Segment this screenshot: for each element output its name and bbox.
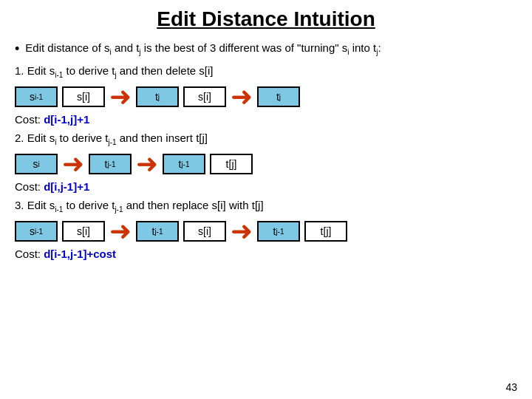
cell-tj1-3: tj-1 <box>136 221 179 242</box>
arrow-1a: ➜ <box>109 83 132 110</box>
step-3-label: 3. Edit si-1 to derive tj-1 and then rep… <box>15 199 517 214</box>
step-3-diagram: si-1 s[i] ➜ tj-1 s[i] ➜ tj-1 t[j] <box>15 218 517 245</box>
step-1-diagram: si-1 s[i] ➜ tj s[i] ➜ tj <box>15 83 517 110</box>
step-2-cost: Cost: d[i,j-1]+1 <box>15 180 517 193</box>
cell-si-1: si-1 <box>15 86 58 107</box>
step-1-cost: Cost: d[i-1,j]+1 <box>15 113 517 126</box>
cell-si-3: s[i] <box>62 221 105 242</box>
step-3-cost: Cost: d[i-1,j-1]+cost <box>15 248 517 260</box>
step-2-section: 2. Edit si to derive tj-1 and then inser… <box>15 132 517 193</box>
arrow-1b: ➜ <box>231 83 253 110</box>
cell-tj-ins: t[j] <box>210 154 253 174</box>
step-3-cost-value: d[i-1,j-1]+cost <box>44 248 116 260</box>
step-1-label: 1. Edit si-1 to derive tj and then delet… <box>15 64 517 79</box>
cell-si-del2: s[i] <box>183 86 226 107</box>
step-2-diagram: si ➜ tj-1 ➜ tj-1 t[j] <box>15 151 517 177</box>
arrow-2a: ➜ <box>62 151 84 177</box>
page-title: Edit Distance Intuition <box>15 7 517 31</box>
arrow-2b: ➜ <box>136 151 158 177</box>
step-2-cost-value: d[i,j-1]+1 <box>44 180 89 193</box>
bullet-dot: • <box>15 40 19 58</box>
arrow-3a: ➜ <box>109 218 132 245</box>
cell-si-2: si <box>15 154 58 174</box>
cell-si-rep: s[i] <box>183 221 226 242</box>
bullet-content: Edit distance of si and tj is the best o… <box>25 40 381 58</box>
step-3-section: 3. Edit si-1 to derive tj-1 and then rep… <box>15 199 517 260</box>
step-2-label: 2. Edit si to derive tj-1 and then inser… <box>15 132 517 146</box>
bullet-text: • Edit distance of si and tj is the best… <box>15 40 517 58</box>
cell-si-del: s[i] <box>62 86 105 107</box>
step-1-section: 1. Edit si-1 to derive tj and then delet… <box>15 64 517 126</box>
arrow-3b: ➜ <box>231 218 253 245</box>
cell-tj-rep: t[j] <box>304 221 347 242</box>
cell-tj1-result: tj-1 <box>163 154 205 174</box>
cell-tj1-res3: tj-1 <box>257 221 300 242</box>
cell-tj-result: tj <box>257 86 300 107</box>
cell-si1-3: si-1 <box>15 221 58 242</box>
cell-tj-1: tj <box>136 86 179 107</box>
step-1-cost-value: d[i-1,j]+1 <box>44 113 89 126</box>
cell-tj1-2: tj-1 <box>89 154 132 174</box>
page-number: 43 <box>505 381 517 393</box>
